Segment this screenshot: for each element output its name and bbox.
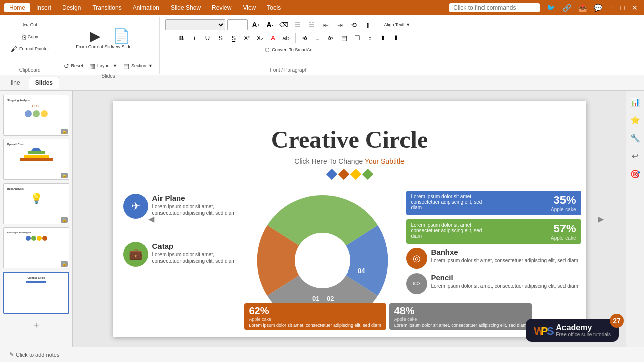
font-size-input[interactable]: 0	[227, 19, 248, 30]
slide-diamonds	[113, 170, 586, 178]
close-icon[interactable]: ✕	[630, 3, 640, 13]
new-slide-button[interactable]: 📄 New Slide	[109, 19, 134, 59]
svg-text:S: S	[547, 325, 554, 337]
left-items-column: ✈ Air Plane Lorem ipsum dolor sit amet, …	[123, 189, 239, 332]
text-direction-button[interactable]: ⟲	[348, 19, 360, 30]
slide-canvas: Creative Circle Click Here To Change You…	[113, 101, 586, 337]
align-right-button[interactable]: ⫸	[325, 32, 337, 43]
menu-bar: Home Insert Design Transitions Animation…	[0, 0, 644, 15]
line-spacing-button[interactable]: ↕	[364, 32, 376, 43]
panel-target-icon[interactable]: 🎯	[628, 167, 642, 181]
align-left-button[interactable]: ⫷	[299, 32, 311, 43]
panel-star-icon[interactable]: ⭐	[628, 113, 642, 127]
align-text-button[interactable]: ≡ Align Text ▼	[376, 19, 413, 30]
underline-button[interactable]: U	[202, 32, 214, 43]
share-icon[interactable]: 🐦	[545, 3, 557, 13]
cut-button[interactable]: ✂ Cut	[20, 19, 40, 30]
menu-tools[interactable]: Tools	[262, 3, 286, 12]
menu-review[interactable]: Review	[207, 3, 236, 12]
menu-animation[interactable]: Animation	[128, 3, 165, 12]
panel-chart-icon[interactable]: 📊	[628, 95, 642, 109]
text-box-button[interactable]: ☐	[351, 32, 363, 43]
search-input[interactable]	[449, 3, 540, 12]
slide-thumb-1[interactable]: Shopping Analysis 89% 🔒	[3, 95, 69, 136]
panel-properties-icon[interactable]: 🔧	[628, 131, 642, 145]
pencil-text: Pencil Lorem ipsum dolor sit amet, conse…	[431, 273, 578, 289]
item-airplane: ✈ Air Plane Lorem ipsum dolor sit amet, …	[123, 194, 239, 219]
menu-slideshow[interactable]: Slide Show	[166, 3, 206, 12]
format-painter-row: 🖌 Format Painter	[8, 43, 52, 54]
slide-thumb-5[interactable]: Creative Circle	[3, 272, 69, 314]
wps-number: 27	[610, 314, 624, 328]
copy-button[interactable]: ⎘ Copy	[19, 31, 41, 42]
cut-icon: ✂	[23, 22, 28, 28]
numbered-list-button[interactable]: ☱	[306, 19, 318, 30]
layout-button[interactable]: ▦ Layout ▼	[87, 60, 120, 71]
font-size-increase-button[interactable]: A+	[250, 19, 262, 30]
font-name-select[interactable]	[165, 19, 225, 30]
wps-logo-svg: W P S	[534, 323, 554, 338]
menu-home[interactable]: Home	[4, 3, 30, 12]
tab-slides[interactable]: Slides	[29, 77, 59, 89]
diamond-1	[326, 169, 337, 180]
slide-thumb-3[interactable]: Bulb Analysis 💡 🔒	[3, 183, 69, 224]
text-highlight-button[interactable]: ab	[280, 32, 292, 43]
thumb-4-lock: 🔒	[61, 261, 68, 267]
thumb-3-lock: 🔒	[61, 217, 68, 223]
align-center-button[interactable]: ≡	[312, 32, 324, 43]
notes-icon: ✎	[9, 351, 14, 358]
format-painter-button[interactable]: 🖌 Format Painter	[8, 43, 52, 54]
expand-icon[interactable]: □	[619, 3, 627, 13]
slide-thumb-4[interactable]: Four Step Circle Diagram 🔒	[3, 227, 69, 268]
font-color-button[interactable]: A	[267, 32, 279, 43]
from-current-slide-button[interactable]: ▶ From Current Slide	[83, 19, 108, 59]
panel-undo-icon[interactable]: ↩	[628, 149, 642, 163]
slide-title: Creative Circle	[113, 126, 586, 153]
copy-row: ⎘ Copy	[19, 31, 41, 42]
comment-icon[interactable]: 💬	[592, 3, 604, 13]
columns-button[interactable]: ⫿	[362, 19, 374, 30]
text-shadow-button[interactable]: S̲	[228, 32, 240, 43]
thumb-1-inner: Shopping Analysis 89%	[6, 97, 67, 133]
spacing-before-button[interactable]: ⬆	[377, 32, 389, 43]
stat-48: 48% Apple cake Lorem ipsum dolor sit ame…	[389, 303, 532, 330]
decrease-indent-button[interactable]: ⇤	[320, 19, 332, 30]
convert-smartart-button[interactable]: ⬡ Convert To SmartArt	[262, 44, 315, 55]
strikethrough-button[interactable]: S	[215, 32, 227, 43]
font-group: 0 A+ A- ⌫ ☰ ☱ ⇤ ⇥ ⟲ ⫿ ≡ Align Text ▼ B I…	[161, 17, 417, 74]
bold-button[interactable]: B	[176, 32, 188, 43]
copy-icon: ⎘	[22, 34, 26, 40]
bullet-list-button[interactable]: ☰	[292, 19, 304, 30]
italic-button[interactable]: I	[189, 32, 201, 43]
slide-thumb-2[interactable]: Pyramid Chart 🔒	[3, 139, 69, 180]
spacing-after-button[interactable]: ⬇	[390, 32, 403, 43]
section-button[interactable]: ▤ Section ▼	[121, 60, 155, 71]
export-icon[interactable]: 📤	[576, 3, 589, 13]
superscript-button[interactable]: X²	[241, 32, 253, 43]
ribbon: ✂ Cut ⎘ Copy 🖌 Format Painter Clipboard …	[0, 15, 644, 75]
tab-strip: line Slides	[0, 75, 644, 90]
scroll-left-arrow[interactable]: ◀	[147, 213, 155, 225]
reset-button[interactable]: ↺ Reset	[61, 60, 86, 71]
item-banhxe: ◎ Banhxe Lorem ipsum dolor sit amet, con…	[406, 248, 581, 269]
font-size-decrease-button[interactable]: A-	[264, 19, 276, 30]
menu-transitions[interactable]: Transitions	[87, 3, 126, 12]
share-link-icon[interactable]: 🔗	[560, 3, 573, 13]
menu-design[interactable]: Design	[57, 3, 86, 12]
increase-indent-button[interactable]: ⇥	[334, 19, 346, 30]
scroll-right-arrow[interactable]: ▶	[597, 213, 605, 225]
clear-format-button[interactable]: ⌫	[278, 19, 290, 30]
add-slide-button[interactable]: ＋	[3, 317, 69, 333]
reset-icon: ↺	[64, 63, 69, 69]
item-catap: 💼 Catap Lorem ipsum dolor sit amet, cons…	[123, 242, 239, 267]
item-pencil: ✏ Pencil Lorem ipsum dolor sit amet, con…	[406, 273, 581, 294]
tab-outline[interactable]: line	[4, 77, 27, 89]
menu-insert[interactable]: Insert	[31, 3, 56, 12]
stat-57: Lorem ipsum dolor sit amet, consectetuer…	[406, 219, 581, 244]
justify-button[interactable]: ▤	[338, 32, 350, 43]
menu-view[interactable]: View	[237, 3, 261, 12]
subscript-button[interactable]: X₂	[254, 32, 266, 43]
add-notes-button[interactable]: ✎ Click to add notes	[6, 350, 62, 359]
minimize-icon[interactable]: −	[607, 3, 615, 13]
svg-text:04: 04	[358, 267, 365, 275]
